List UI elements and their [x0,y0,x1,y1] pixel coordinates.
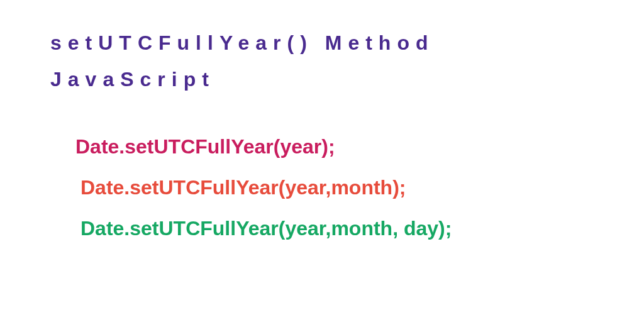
syntax-line-1: Date.setUTCFullYear(year); [75,135,594,158]
page-title: setUTCFullYear() Method JavaScript [50,25,594,97]
syntax-list: Date.setUTCFullYear(year); Date.setUTCFu… [50,135,594,240]
syntax-line-3: Date.setUTCFullYear(year,month, day); [75,217,594,240]
syntax-line-2: Date.setUTCFullYear(year,month); [75,176,594,199]
